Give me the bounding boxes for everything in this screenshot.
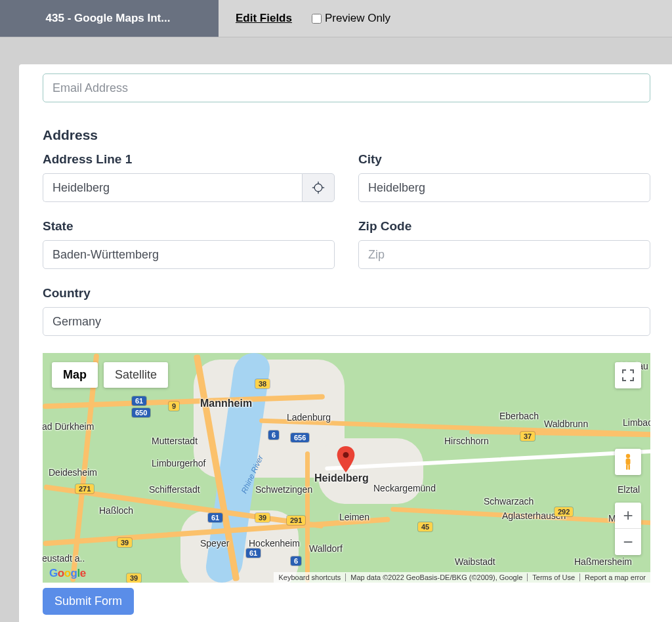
map[interactable]: Mannheim Heidelberg Ladenburg Mutterstad… xyxy=(43,353,650,583)
city-schwarzach: Schwarzach xyxy=(484,496,534,507)
state-col: State xyxy=(43,219,335,269)
address-row-2: State Zip Code xyxy=(43,219,650,269)
city-hirschhorn: Hirschhorn xyxy=(444,436,489,446)
city-mutterstadt: Mutterstadt xyxy=(152,436,198,446)
fullscreen-icon xyxy=(622,369,634,381)
city-col: City xyxy=(358,152,650,202)
city-walldorf: Walldorf xyxy=(309,543,343,554)
city-deidesheim: Deidesheim xyxy=(49,467,97,478)
country-label: Country xyxy=(43,286,650,301)
preview-only-wrapper[interactable]: Preview Only xyxy=(312,12,390,25)
state-field[interactable] xyxy=(43,240,335,269)
addr1-label: Address Line 1 xyxy=(43,152,335,167)
city-field[interactable] xyxy=(358,173,650,202)
shield-39-c: 39 xyxy=(127,573,141,583)
city-elztal: Elztal xyxy=(618,484,640,495)
state-label: State xyxy=(43,219,335,234)
svg-rect-9 xyxy=(629,465,631,470)
header-tab-title[interactable]: 435 - Google Maps Int... xyxy=(0,0,219,37)
svg-rect-8 xyxy=(626,465,628,470)
map-attribution: Map data ©2022 GeoBasis-DE/BKG (©2009), … xyxy=(345,573,527,581)
svg-point-0 xyxy=(314,184,322,192)
map-fullscreen-button[interactable] xyxy=(615,362,641,388)
city-eberbach: Eberbach xyxy=(499,411,539,421)
city-hassmersheim: Haßmersheim xyxy=(574,556,632,567)
edit-fields-link[interactable]: Edit Fields xyxy=(236,12,292,25)
svg-point-6 xyxy=(626,454,630,458)
address-row-1: Address Line 1 City xyxy=(43,152,650,202)
header-bar: 435 - Google Maps Int... Edit Fields Pre… xyxy=(0,0,672,37)
addr1-col: Address Line 1 xyxy=(43,152,335,202)
city-waldbrunn: Waldbrunn xyxy=(544,419,588,429)
map-type-control: Map Satellite xyxy=(52,362,168,388)
address-section-title: Address xyxy=(43,127,650,143)
keyboard-shortcuts-link[interactable]: Keyboard shortcuts xyxy=(274,573,345,581)
zip-label: Zip Code xyxy=(358,219,650,234)
country-row: Country xyxy=(43,286,650,336)
city-eustadt: eustadt a.. xyxy=(43,553,85,564)
preview-only-checkbox[interactable] xyxy=(312,14,322,24)
addr1-field[interactable] xyxy=(43,173,302,202)
shield-650: 650 xyxy=(132,408,150,417)
zip-field[interactable] xyxy=(358,240,650,269)
zoom-out-button[interactable]: − xyxy=(615,529,641,555)
terms-of-use-link[interactable]: Terms of Use xyxy=(527,573,579,581)
shield-45: 45 xyxy=(418,522,432,531)
crosshair-icon xyxy=(312,181,325,194)
form-panel: Address Address Line 1 City xyxy=(19,64,672,622)
map-type-satellite-button[interactable]: Satellite xyxy=(104,362,168,388)
pegman-button[interactable] xyxy=(615,449,641,475)
map-zoom-control: + − xyxy=(615,503,641,555)
country-field[interactable] xyxy=(43,307,650,336)
pegman-icon xyxy=(621,453,635,470)
zoom-in-button[interactable]: + xyxy=(615,503,641,529)
email-field[interactable] xyxy=(43,73,650,102)
report-map-error-link[interactable]: Report a map error xyxy=(579,573,650,581)
city-hassloch: Haßloch xyxy=(99,505,133,516)
map-footer: Keyboard shortcuts Map data ©2022 GeoBas… xyxy=(274,572,650,583)
submit-button[interactable]: Submit Form xyxy=(43,588,134,615)
map-type-map-button[interactable]: Map xyxy=(52,362,98,388)
locate-button[interactable] xyxy=(302,173,335,202)
svg-rect-7 xyxy=(626,459,631,465)
city-schwetzingen: Schwetzingen xyxy=(255,484,312,495)
zip-col: Zip Code xyxy=(358,219,650,269)
city-schifferstadt: Schifferstadt xyxy=(149,484,200,495)
preview-only-label: Preview Only xyxy=(325,12,390,25)
city-waibstadt: Waibstadt xyxy=(455,556,495,567)
city-limbac: Limbac xyxy=(623,417,650,428)
city-label: City xyxy=(358,152,650,167)
